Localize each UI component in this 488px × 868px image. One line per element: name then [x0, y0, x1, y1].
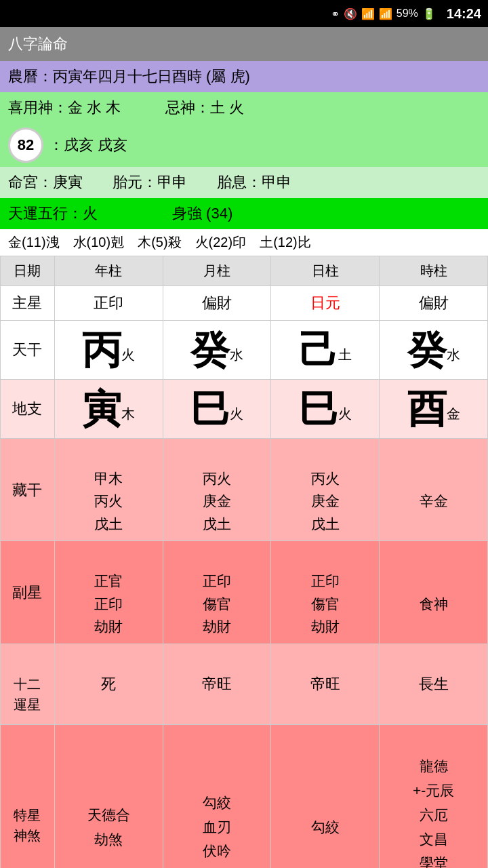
fuxing-col2: 正印 傷官 劫財 [163, 541, 271, 644]
texing-col2: 勾絞 血刃 伏吟 [163, 724, 271, 868]
signal-icon: 📶 [379, 7, 392, 20]
status-icons: ⚭ 🔇 📶 📶 59% 🔋 [331, 7, 436, 20]
fuxing-col4: 食神 [380, 541, 488, 644]
table-header-row: 日期 年柱 月柱 日柱 時柱 [1, 256, 488, 286]
yunxing-col1: 死 [54, 644, 163, 724]
tiangan-col4: 癸水 [380, 321, 488, 380]
main-content: 農曆：丙寅年四月十七日酉時 (屬 虎) 喜用神：金 水 木 忌神：土 火 82 … [0, 61, 488, 868]
xingchen-text: ：戌亥 戌亥 [49, 135, 127, 155]
dizhi-col3: 巳火 [271, 380, 380, 439]
header-col2: 月柱 [163, 256, 271, 286]
lunar-calendar-text: 農曆：丙寅年四月十七日酉時 (屬 虎) [8, 68, 250, 85]
app-title: 八字論命 [8, 34, 68, 54]
bluetooth-icon: ⚭ [331, 7, 340, 20]
xiyong-row: 喜用神：金 水 木 忌神：土 火 [0, 92, 488, 123]
zanggan-col1: 甲木 丙火 戊土 [54, 439, 163, 541]
status-bar: ⚭ 🔇 📶 📶 59% 🔋 14:24 [0, 0, 488, 27]
zhuxing-row: 主星 正印 偏財 日元 偏財 [1, 286, 488, 321]
fuxing-col3: 正印 傷官 劫財 [271, 541, 380, 644]
mute-icon: 🔇 [344, 7, 357, 20]
tiangan-label: 天干 [1, 321, 55, 380]
zhuxing-col4: 偏財 [380, 286, 488, 321]
header-col3: 日柱 [271, 256, 380, 286]
wuxing-text: 金(11)洩 水(10)剋 木(5)殺 火(22)印 土(12)比 [8, 233, 311, 252]
minggong-text: 命宮：庚寅 胎元：甲申 胎息：甲申 [8, 174, 291, 191]
dizhi-col2: 巳火 [163, 380, 271, 439]
tiangan-col2: 癸水 [163, 321, 271, 380]
tiangan-row: 天干 丙火 癸水 己土 癸水 [1, 321, 488, 380]
fuxing-label: 副星 [1, 541, 55, 644]
zanggan-label: 藏干 [1, 439, 55, 541]
header-col1: 年柱 [54, 256, 163, 286]
yunxing-col2: 帝旺 [163, 644, 271, 724]
zhuxing-col3: 日元 [271, 286, 380, 321]
tiangan-col3: 己土 [271, 321, 380, 380]
texing-col4: 龍德 +-元辰 六厄 文昌 學堂 將星 [380, 724, 488, 868]
texing-row: 特星 神煞 天德合 劫煞 勾絞 血刃 伏吟 勾絞 龍德 +-元辰 六厄 文昌 學… [1, 724, 488, 868]
zhuxing-label: 主星 [1, 286, 55, 321]
yunxing-col3: 帝旺 [271, 644, 380, 724]
tianyun-text: 天運五行：火 身強 (34) [8, 205, 232, 222]
clock: 14:24 [447, 6, 481, 22]
xingchen-row: 82 ：戌亥 戌亥 [0, 123, 488, 167]
battery-text: 59% [396, 7, 418, 20]
zanggan-col2: 丙火 庚金 戊土 [163, 439, 271, 541]
texing-col1: 天德合 劫煞 [54, 724, 163, 868]
minggong-row: 命宮：庚寅 胎元：甲申 胎息：甲申 [0, 167, 488, 198]
zhuxing-col1: 正印 [54, 286, 163, 321]
dizhi-col1: 寅木 [54, 380, 163, 439]
dizhi-row: 地支 寅木 巳火 巳火 酉金 [1, 380, 488, 439]
zanggan-row: 藏干 甲木 丙火 戊土 丙火 庚金 戊土 丙火 庚金 戊土 辛金 [1, 439, 488, 541]
xiyong-text: 喜用神：金 水 木 忌神：土 火 [8, 99, 244, 116]
zhuxing-col2: 偏財 [163, 286, 271, 321]
battery-icon: 🔋 [422, 7, 436, 20]
yunxing-col4: 長生 [380, 644, 488, 724]
texing-col3: 勾絞 [271, 724, 380, 868]
yunxing-label: 十二 運星 [1, 644, 55, 724]
title-bar: 八字論命 [0, 27, 488, 61]
dizhi-col4: 酉金 [380, 380, 488, 439]
wuxing-row: 金(11)洩 水(10)剋 木(5)殺 火(22)印 土(12)比 [0, 229, 488, 256]
header-col0: 日期 [1, 256, 55, 286]
lunar-calendar-row: 農曆：丙寅年四月十七日酉時 (屬 虎) [0, 61, 488, 92]
fuxing-col1: 正官 正印 劫財 [54, 541, 163, 644]
tiangan-col1: 丙火 [54, 321, 163, 380]
yunxing-row: 十二 運星 死 帝旺 帝旺 長生 [1, 644, 488, 724]
dizhi-label: 地支 [1, 380, 55, 439]
zanggan-col3: 丙火 庚金 戊土 [271, 439, 380, 541]
header-col4: 時柱 [380, 256, 488, 286]
wifi-icon: 📶 [361, 7, 375, 20]
score-badge: 82 [8, 127, 43, 163]
tianyun-row: 天運五行：火 身強 (34) [0, 198, 488, 229]
zanggan-col4: 辛金 [380, 439, 488, 541]
texing-label: 特星 神煞 [1, 724, 55, 868]
bazi-table: 日期 年柱 月柱 日柱 時柱 主星 正印 偏財 [0, 256, 488, 868]
fuxing-row: 副星 正官 正印 劫財 正印 傷官 劫財 正印 傷官 劫財 食神 [1, 541, 488, 644]
